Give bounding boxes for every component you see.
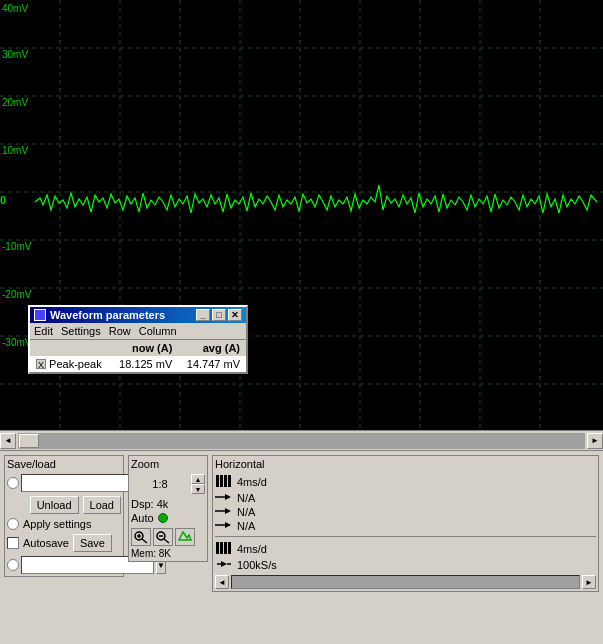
table-row: X Peak-peak 18.125 mV 14.747 mV [30, 356, 246, 372]
horizontal-section: Horizontal 4ms/d N/A [212, 455, 599, 592]
dsp-row: Dsp: 4k [131, 498, 205, 510]
col-header-avg: avg (A) [178, 340, 246, 356]
zoom-controls: 1:8 ▲ ▼ [131, 474, 205, 494]
row-name: Peak-peak [49, 358, 102, 370]
horizontal-title: Horizontal [215, 458, 596, 470]
svg-text:20mV: 20mV [2, 97, 28, 108]
h-value-2: N/A [237, 492, 255, 504]
dialog-title: Waveform parameters [50, 309, 165, 321]
svg-rect-41 [224, 542, 227, 554]
dsp-value: 4k [157, 498, 169, 510]
zoom-section: Zoom 1:8 ▲ ▼ Dsp: 4k Auto [128, 455, 208, 562]
scroll-left-button[interactable]: ◄ [0, 433, 16, 449]
row-now: 18.125 mV [111, 356, 179, 372]
svg-text:-20mV: -20mV [2, 289, 32, 300]
h-arrow-icon [215, 559, 233, 571]
zoom-up-button[interactable]: ▲ [191, 474, 205, 484]
restore-button[interactable]: □ [212, 309, 226, 321]
autosave-label: Autosave [23, 537, 69, 549]
svg-rect-40 [220, 542, 223, 554]
unload-button[interactable]: Unload [30, 496, 79, 514]
zoom-title: Zoom [131, 458, 205, 470]
col-header-now: now (A) [111, 340, 179, 356]
h-value-4: N/A [237, 520, 255, 532]
close-button[interactable]: ✕ [228, 309, 242, 321]
autosave-checkbox[interactable] [7, 537, 19, 549]
bottom-input-row: ▼ [7, 556, 121, 574]
h-icon-4 [215, 520, 233, 532]
dsp-label: Dsp: [131, 498, 154, 510]
svg-text:40mV: 40mV [2, 3, 28, 14]
h-row-4: N/A [215, 520, 596, 532]
svg-rect-35 [228, 475, 231, 487]
minimize-button[interactable]: _ [196, 309, 210, 321]
svg-rect-42 [228, 542, 231, 554]
apply-radio[interactable] [7, 518, 19, 530]
scroll-track[interactable] [18, 433, 585, 449]
scroll-right-button[interactable]: ► [587, 433, 603, 449]
load-button[interactable]: Load [83, 496, 121, 514]
h-rate-value: 100kS/s [237, 559, 277, 571]
zoom-icon-row [131, 528, 205, 546]
svg-text:0: 0 [0, 194, 6, 206]
row-avg: 14.747 mV [178, 356, 246, 372]
row-label: X Peak-peak [30, 356, 111, 372]
h-row-3: N/A [215, 506, 596, 518]
menu-column[interactable]: Column [139, 325, 177, 337]
save-load-title: Save/load [7, 458, 121, 470]
h-value-5: 4ms/d [237, 543, 267, 555]
autosave-row: Autosave Save [7, 534, 121, 552]
apply-label: Apply settings [23, 518, 91, 530]
apply-row: Apply settings [7, 518, 121, 530]
svg-rect-33 [220, 475, 223, 487]
h-icon-1 [215, 474, 233, 490]
h-icon-3 [215, 506, 233, 518]
h-row-1: 4ms/d [215, 474, 596, 490]
h-row-2: N/A [215, 492, 596, 504]
zoom-value: 1:8 [131, 478, 189, 490]
zoom-down-button[interactable]: ▼ [191, 484, 205, 494]
menu-row[interactable]: Row [109, 325, 131, 337]
zoom-icon-2[interactable] [153, 528, 173, 546]
h-scroll-right[interactable]: ► [582, 575, 596, 589]
h-icon-5 [215, 541, 233, 557]
unload-load-row: Unload Load [7, 496, 121, 514]
zoom-arrows: ▲ ▼ [191, 474, 205, 494]
svg-text:10mV: 10mV [2, 145, 28, 156]
radio-dot-2[interactable] [7, 559, 19, 571]
mem-label: Mem: 8K [131, 548, 205, 559]
svg-line-30 [164, 539, 169, 543]
waveform-dialog: Waveform parameters _ □ ✕ Edit Settings … [28, 305, 248, 374]
menu-edit[interactable]: Edit [34, 325, 53, 337]
zoom-icon-3[interactable] [175, 528, 195, 546]
auto-label: Auto [131, 512, 154, 524]
save-load-section: Save/load ▼ Unload Load Apply settings A… [4, 455, 124, 577]
h-row-5: 4ms/d [215, 541, 596, 557]
svg-rect-34 [224, 475, 227, 487]
row-marker: X [36, 359, 46, 369]
h-scroll-track[interactable] [231, 575, 580, 589]
scope-display: 40mV 30mV 20mV 10mV -10mV -20mV -30mV 0 … [0, 0, 603, 430]
save-button[interactable]: Save [73, 534, 112, 552]
svg-text:30mV: 30mV [2, 49, 28, 60]
svg-rect-32 [216, 475, 219, 487]
auto-indicator [158, 513, 168, 523]
zoom-icon-1[interactable] [131, 528, 151, 546]
controls-panel: Save/load ▼ Unload Load Apply settings A… [0, 450, 603, 644]
waveform-titlebar: Waveform parameters _ □ ✕ [30, 307, 246, 323]
svg-text:-10mV: -10mV [2, 241, 32, 252]
h-row-rate: 100kS/s [215, 559, 596, 571]
h-value-1: 4ms/d [237, 476, 267, 488]
svg-rect-39 [216, 542, 219, 554]
col-header-empty [30, 340, 111, 356]
scrollbar-area: ◄ ► [0, 430, 603, 450]
radio-dot[interactable] [7, 477, 19, 489]
scroll-thumb[interactable] [19, 434, 39, 448]
auto-row: Auto [131, 512, 205, 524]
svg-line-26 [142, 539, 147, 543]
menu-settings[interactable]: Settings [61, 325, 101, 337]
h-scroll-left[interactable]: ◄ [215, 575, 229, 589]
filename-row: ▼ [7, 474, 121, 492]
waveform-table: now (A) avg (A) X Peak-peak 18.125 mV 14… [30, 340, 246, 372]
dialog-icon [34, 309, 46, 321]
